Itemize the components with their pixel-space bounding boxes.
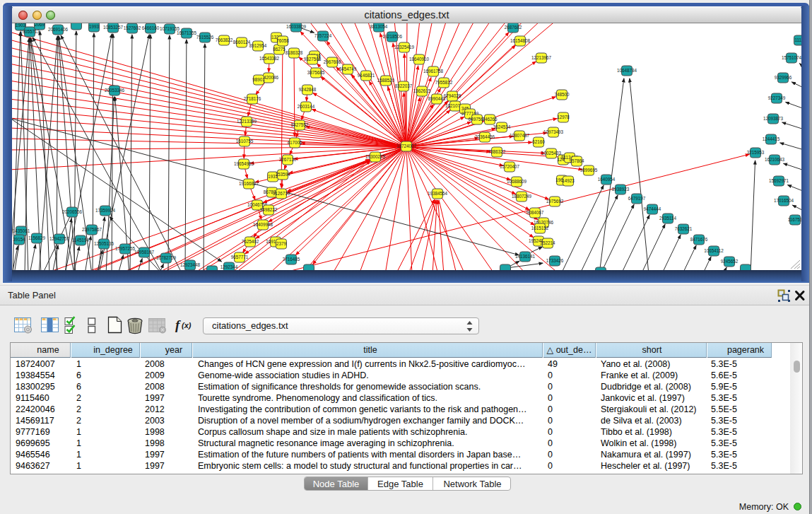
svg-text:2603144: 2603144 bbox=[298, 104, 315, 109]
svg-text:3716485: 3716485 bbox=[283, 257, 300, 262]
svg-text:2935114: 2935114 bbox=[659, 216, 677, 221]
svg-text:12505135: 12505135 bbox=[94, 241, 114, 246]
svg-text:1527602: 1527602 bbox=[124, 25, 141, 30]
svg-text:9498222: 9498222 bbox=[260, 207, 278, 212]
svg-text:3624534: 3624534 bbox=[493, 124, 511, 129]
svg-text:153594: 153594 bbox=[275, 172, 290, 177]
svg-text:1640954: 1640954 bbox=[598, 177, 616, 182]
svg-text:19300275: 19300275 bbox=[365, 154, 386, 159]
svg-text:6794028: 6794028 bbox=[444, 93, 461, 98]
svg-text:116753: 116753 bbox=[788, 217, 801, 222]
svg-text:10648784: 10648784 bbox=[617, 68, 637, 73]
svg-text:16543382: 16543382 bbox=[259, 56, 280, 61]
svg-text:23975867: 23975867 bbox=[82, 227, 102, 232]
svg-text:86275: 86275 bbox=[273, 47, 286, 52]
svg-text:2967608: 2967608 bbox=[324, 59, 341, 64]
svg-text:10853257: 10853257 bbox=[103, 25, 124, 30]
svg-text:1993: 1993 bbox=[89, 24, 100, 29]
svg-text:12325419: 12325419 bbox=[394, 45, 415, 49]
svg-text:19166827: 19166827 bbox=[239, 181, 259, 186]
svg-text:2379: 2379 bbox=[276, 241, 287, 246]
svg-text:15692971: 15692971 bbox=[769, 178, 789, 183]
svg-text:2687682: 2687682 bbox=[505, 25, 522, 30]
svg-text:12213389: 12213389 bbox=[237, 119, 257, 124]
svg-text:9227349: 9227349 bbox=[768, 95, 786, 100]
svg-text:18724007: 18724007 bbox=[396, 144, 417, 148]
svg-text:1610755: 1610755 bbox=[236, 139, 254, 144]
svg-text:16033809: 16033809 bbox=[286, 24, 307, 29]
svg-text:12923448: 12923448 bbox=[180, 262, 201, 267]
svg-text:3267130: 3267130 bbox=[279, 157, 297, 162]
svg-text:18807249: 18807249 bbox=[512, 194, 532, 199]
svg-text:8186328: 8186328 bbox=[286, 50, 303, 55]
svg-text:16782759: 16782759 bbox=[156, 255, 177, 260]
svg-text:9327508: 9327508 bbox=[304, 57, 322, 62]
svg-text:1435061: 1435061 bbox=[13, 228, 30, 233]
svg-text:1145194: 1145194 bbox=[72, 238, 90, 243]
svg-text:9474444: 9474444 bbox=[644, 206, 661, 211]
svg-text:15751074: 15751074 bbox=[782, 55, 801, 60]
svg-text:14923: 14923 bbox=[562, 178, 575, 183]
svg-text:19654983: 19654983 bbox=[234, 161, 254, 166]
svg-text:1615152: 1615152 bbox=[531, 226, 549, 230]
svg-text:f: f bbox=[175, 317, 181, 332]
svg-text:9657771: 9657771 bbox=[231, 255, 249, 259]
svg-text:98901: 98901 bbox=[252, 77, 265, 82]
svg-text:19218506: 19218506 bbox=[382, 34, 403, 39]
svg-text:16154808: 16154808 bbox=[510, 38, 531, 43]
svg-text:2069: 2069 bbox=[35, 23, 45, 27]
svg-text:17359924: 17359924 bbox=[95, 208, 116, 213]
svg-text:19384554: 19384554 bbox=[428, 191, 448, 196]
svg-text:7625402: 7625402 bbox=[242, 239, 259, 244]
svg-text:7386322: 7386322 bbox=[488, 149, 506, 154]
svg-text:10807487: 10807487 bbox=[510, 133, 530, 138]
svg-text:7515526: 7515526 bbox=[196, 35, 214, 40]
svg-text:252214: 252214 bbox=[540, 240, 555, 245]
svg-text:3126710: 3126710 bbox=[273, 191, 290, 196]
svg-text:17957255: 17957255 bbox=[115, 246, 136, 251]
svg-text:9329966: 9329966 bbox=[775, 75, 792, 80]
svg-text:1588520: 1588520 bbox=[377, 78, 395, 83]
svg-text:8912954: 8912954 bbox=[249, 43, 267, 48]
svg-text:10688609: 10688609 bbox=[507, 179, 527, 184]
svg-text:1112: 1112 bbox=[794, 37, 801, 42]
svg-text:9899695: 9899695 bbox=[580, 168, 598, 173]
svg-text:12093873: 12093873 bbox=[763, 116, 784, 121]
svg-text:10654112: 10654112 bbox=[704, 248, 724, 253]
svg-text:20691406: 20691406 bbox=[48, 27, 69, 32]
svg-text:9242848: 9242848 bbox=[299, 87, 317, 92]
svg-text:8427552: 8427552 bbox=[291, 122, 309, 127]
svg-text:15720407: 15720407 bbox=[500, 164, 520, 169]
svg-text:12978: 12978 bbox=[557, 115, 570, 119]
svg-text:8471676: 8471676 bbox=[690, 237, 708, 242]
svg-text:1975692: 1975692 bbox=[546, 199, 564, 204]
svg-text:1903: 1903 bbox=[16, 23, 26, 28]
svg-text:1362615: 1362615 bbox=[413, 88, 431, 93]
svg-text:7357224: 7357224 bbox=[314, 33, 332, 38]
svg-text:417006: 417006 bbox=[287, 140, 302, 145]
svg-text:12213967: 12213967 bbox=[531, 55, 552, 60]
svg-text:1733426: 1733426 bbox=[546, 258, 564, 263]
svg-text:746266: 746266 bbox=[482, 117, 498, 122]
svg-text:8660124: 8660124 bbox=[233, 40, 251, 45]
svg-text:748500: 748500 bbox=[554, 92, 570, 97]
svg-text:12942757: 12942757 bbox=[49, 236, 70, 241]
svg-text:20206556: 20206556 bbox=[62, 209, 83, 214]
svg-text:20053346: 20053346 bbox=[105, 88, 125, 93]
svg-text:6479197: 6479197 bbox=[628, 196, 646, 201]
svg-text:7632621: 7632621 bbox=[675, 226, 693, 231]
svg-text:16671355: 16671355 bbox=[177, 30, 197, 35]
svg-text:9084067: 9084067 bbox=[526, 210, 544, 215]
svg-text:2718176: 2718176 bbox=[244, 96, 261, 101]
svg-text:957864: 957864 bbox=[569, 158, 584, 163]
svg-text:9146821: 9146821 bbox=[358, 73, 375, 78]
svg-text:16210643: 16210643 bbox=[765, 157, 785, 162]
svg-text:1156829: 1156829 bbox=[28, 235, 46, 240]
svg-text:8454749: 8454749 bbox=[339, 66, 357, 71]
svg-text:3215953: 3215953 bbox=[747, 150, 765, 155]
svg-text:62160: 62160 bbox=[532, 139, 545, 144]
svg-text:76058: 76058 bbox=[276, 38, 289, 43]
svg-text:16961758: 16961758 bbox=[423, 69, 444, 74]
svg-text:(x): (x) bbox=[182, 321, 192, 329]
svg-text:8322037: 8322037 bbox=[395, 83, 413, 88]
